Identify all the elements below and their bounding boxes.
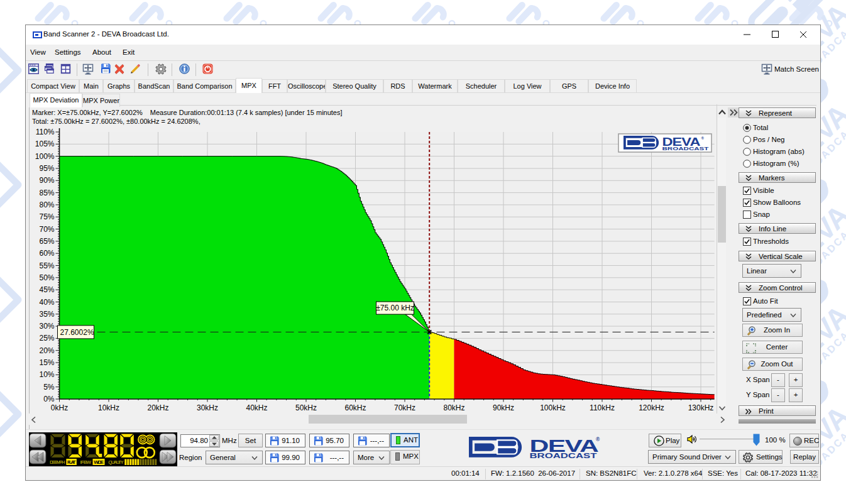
svg-text:40kHz: 40kHz (246, 403, 267, 412)
svg-text:55%: 55% (39, 261, 54, 270)
svg-text:70%: 70% (39, 225, 54, 234)
svg-text:120kHz: 120kHz (639, 403, 664, 412)
svg-text:35%: 35% (39, 310, 54, 319)
svg-text:85%: 85% (39, 189, 54, 197)
svg-text:WIDE: WIDE (94, 459, 104, 465)
svg-text:®: ® (701, 136, 705, 140)
svg-text:0%: 0% (43, 395, 55, 403)
svg-text:70kHz: 70kHz (394, 403, 415, 412)
svg-text:90kHz: 90kHz (493, 403, 514, 412)
svg-text:FLAT: FLAT (67, 459, 76, 465)
svg-text:BROADCAST: BROADCAST (662, 146, 709, 151)
svg-text:45%: 45% (39, 285, 54, 294)
svg-text:DEEMPH: DEEMPH (50, 459, 65, 465)
svg-text:10%: 10% (39, 370, 54, 379)
svg-text:0kHz: 0kHz (51, 403, 68, 412)
svg-text:60kHz: 60kHz (344, 403, 366, 412)
svg-text:27.6002%: 27.6002% (60, 328, 94, 337)
svg-text:30kHz: 30kHz (197, 403, 218, 412)
svg-text:105%: 105% (35, 140, 55, 148)
svg-text:20kHz: 20kHz (147, 403, 168, 412)
svg-text:100kHz: 100kHz (540, 403, 566, 412)
svg-text:95%: 95% (39, 164, 54, 173)
svg-text:QUALITY: QUALITY (108, 459, 124, 465)
svg-text:50%: 50% (39, 273, 54, 282)
svg-text:100%: 100% (35, 152, 55, 161)
svg-text:40%: 40% (39, 298, 54, 307)
svg-text:5%: 5% (43, 383, 55, 392)
svg-text:110kHz: 110kHz (590, 403, 615, 412)
svg-text:130kHz: 130kHz (688, 403, 714, 412)
svg-text:60%: 60% (39, 249, 54, 258)
svg-text:25%: 25% (39, 334, 54, 342)
svg-text:®: ® (596, 437, 600, 442)
svg-text:80%: 80% (39, 200, 54, 209)
svg-text:80kHz: 80kHz (443, 403, 464, 412)
svg-text:90%: 90% (39, 176, 54, 185)
svg-text:15%: 15% (39, 358, 54, 367)
svg-text:IFBW: IFBW (80, 459, 92, 465)
svg-text:30%: 30% (39, 322, 54, 331)
svg-text:BROADCAST: BROADCAST (530, 452, 597, 459)
svg-text:10kHz: 10kHz (98, 403, 119, 412)
svg-text:65%: 65% (39, 237, 54, 246)
svg-text:75%: 75% (39, 212, 54, 221)
svg-text:50kHz: 50kHz (295, 403, 317, 412)
svg-text:110%: 110% (36, 128, 55, 136)
svg-text:20%: 20% (39, 346, 54, 355)
svg-text:±75.00 kHz: ±75.00 kHz (376, 304, 414, 312)
